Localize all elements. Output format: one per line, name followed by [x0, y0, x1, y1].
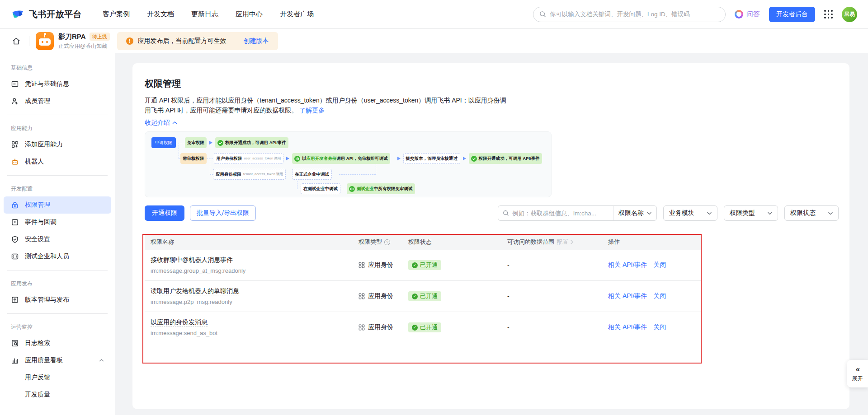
check-circle-icon	[217, 140, 223, 146]
nav-link-appcenter[interactable]: 应用中心	[236, 10, 263, 19]
scope-config-link[interactable]: 配置	[557, 238, 568, 246]
developer-console-button[interactable]: 开发者后台	[769, 7, 815, 22]
sidebar-item-quality-dashboard[interactable]: 应用质量看板	[4, 352, 111, 369]
flow-test-debug-node: 在测试企业中调试	[301, 183, 340, 194]
home-icon[interactable]	[10, 35, 23, 47]
chevron-down-icon	[828, 212, 833, 215]
related-api-link[interactable]: 相关 API/事件	[608, 261, 647, 269]
sidebar-item-label: 应用质量看板	[25, 356, 63, 364]
flow-success2-label: 权限开通成功，可调用 API/事件	[479, 156, 540, 162]
close-permission-link[interactable]: 关闭	[653, 323, 666, 331]
warning-icon: !	[126, 37, 133, 45]
debug-circle-icon	[349, 186, 355, 192]
permission-search-combo: 权限名称	[498, 205, 657, 221]
close-permission-link[interactable]: 关闭	[653, 261, 666, 269]
filter-business-module[interactable]: 业务模块	[663, 205, 717, 221]
close-permission-link[interactable]: 关闭	[653, 292, 666, 300]
sidebar-item-label: 添加应用能力	[25, 140, 63, 149]
qa-link[interactable]: 问答	[735, 10, 760, 19]
sidebar-item-permissions[interactable]: 权限管理	[4, 196, 111, 214]
sidebar-item-version[interactable]: 版本管理与发布	[4, 291, 111, 308]
avatar[interactable]: 居易	[842, 7, 857, 22]
arrow-right-icon	[286, 157, 289, 160]
create-version-link[interactable]: 创建版本	[244, 37, 269, 45]
nav-link-cases[interactable]: 客户案例	[103, 10, 130, 19]
apps-grid-icon[interactable]	[824, 10, 833, 19]
filter-permission-status[interactable]: 权限状态	[784, 205, 839, 221]
app-icon	[36, 32, 54, 50]
search-field-select[interactable]: 权限名称	[613, 206, 656, 220]
app-status-badge: 待上线	[90, 33, 110, 41]
chevron-right-icon	[571, 240, 573, 244]
related-api-link[interactable]: 相关 API/事件	[608, 292, 647, 300]
check-icon: ✓	[412, 325, 418, 331]
app-meta: 影刀RPA 待上线 正式应用@香山知藏	[58, 33, 110, 50]
global-search-input[interactable]	[550, 11, 719, 18]
chevron-up-icon[interactable]	[99, 359, 104, 362]
nav-link-changelog[interactable]: 更新日志	[191, 10, 218, 19]
header-permission-status: 权限状态	[408, 238, 507, 246]
divider	[29, 36, 29, 46]
permission-code: im:message:send_as_bot	[151, 330, 359, 336]
publish-alert: ! 应用发布后，当前配置方可生效 创建版本	[117, 32, 278, 50]
sidebar-item-logs[interactable]: 日志检索	[4, 335, 111, 352]
sidebar-section-capability: 应用能力	[0, 120, 115, 136]
open-permission-button[interactable]: 开通权限	[145, 205, 184, 221]
batch-import-export-button[interactable]: 批量导入/导出权限	[190, 205, 256, 221]
permission-search-input[interactable]	[512, 210, 609, 217]
flow-user-perm-node: 用户身份权限 user_access_token 调用	[214, 153, 284, 164]
flow-apply-node: 申请权限	[151, 137, 176, 148]
add-capability-icon	[11, 140, 19, 149]
filter-permission-type[interactable]: 权限类型	[724, 205, 778, 221]
flow-app-perm-label: 应用身份权限	[216, 172, 241, 177]
sidebar-item-credentials[interactable]: 凭证与基础信息	[4, 75, 111, 93]
sidebar-item-events[interactable]: 事件与回调	[4, 214, 111, 231]
header-data-scope: 可访问的数据范围 配置	[507, 238, 608, 246]
permission-name[interactable]: 以应用的身份发消息	[151, 318, 208, 326]
help-icon[interactable]: ?	[384, 239, 390, 245]
chevron-up-icon	[172, 121, 177, 125]
debug-circle-icon	[294, 156, 300, 162]
search-icon	[539, 11, 546, 18]
brand[interactable]: 飞书开放平台	[11, 8, 82, 21]
publish-icon	[11, 296, 19, 304]
sidebar-item-bot[interactable]: 机器人	[4, 153, 111, 170]
dashboard-icon	[11, 356, 19, 364]
filter-label: 权限类型	[730, 209, 755, 217]
arrow-right-icon	[463, 157, 466, 160]
global-search[interactable]	[533, 7, 726, 22]
permission-type: 应用身份	[368, 292, 393, 300]
chevron-down-icon	[768, 212, 772, 215]
sidebar-item-members[interactable]: 成员管理	[4, 93, 111, 110]
header-permission-name: 权限名称	[145, 238, 359, 246]
related-api-link[interactable]: 相关 API/事件	[608, 323, 647, 331]
nav-link-devplaza[interactable]: 开发者广场	[280, 10, 314, 19]
page-title: 权限管理	[145, 78, 839, 90]
sidebar-item-dev-quality[interactable]: 开发质量	[4, 386, 111, 403]
sidebar-item-label: 用户反馈	[25, 373, 50, 382]
member-icon	[11, 97, 19, 105]
sidebar-item-add-capability[interactable]: 添加应用能力	[4, 136, 111, 153]
learn-more-link[interactable]: 了解更多	[299, 107, 325, 114]
collapse-intro-link[interactable]: 收起介绍	[145, 119, 177, 127]
flow-success-label: 权限开通成功，可调用 API/事件	[225, 140, 286, 146]
sidebar-item-test-company[interactable]: 测试企业和人员	[4, 248, 111, 265]
sidebar-item-label: 版本管理与发布	[25, 296, 69, 304]
app-identity-icon	[359, 293, 365, 299]
app-subtitle: 正式应用@香山知藏	[58, 42, 110, 50]
description-text: 开通 API 权限后，应用才能以应用身份（tenant_access_token…	[145, 97, 506, 114]
check-icon: ✓	[412, 294, 418, 299]
permission-table: 权限名称 权限类型 ? 权限状态 可访问的数据范围 配置 操作 接	[145, 234, 701, 343]
flow-success2-node: 权限开通成功，可调用 API/事件	[469, 153, 542, 164]
sidebar-item-security[interactable]: 安全设置	[4, 231, 111, 248]
permission-name[interactable]: 读取用户发给机器人的单聊消息	[151, 287, 239, 295]
top-nav: 飞书开放平台 客户案例 开发文档 更新日志 应用中心 开发者广场 问答 开发者后…	[0, 0, 868, 29]
expand-label: 展开	[852, 375, 863, 382]
nav-link-docs[interactable]: 开发文档	[147, 10, 174, 19]
flow-dev-call-suffix: 调用 API，免审核即可调试	[336, 156, 387, 162]
sidebar-item-user-feedback[interactable]: 用户反馈	[4, 369, 111, 386]
permission-search[interactable]	[498, 210, 613, 217]
permission-name[interactable]: 接收群聊中@机器人消息事件	[151, 256, 233, 264]
check-icon: ✓	[412, 262, 418, 268]
expand-panel-button[interactable]: « 展开	[847, 360, 868, 387]
